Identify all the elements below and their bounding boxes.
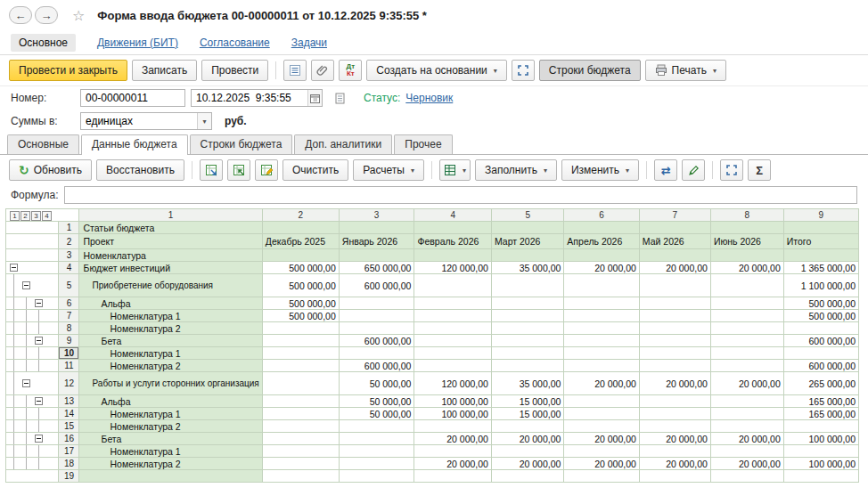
- cell[interactable]: [491, 420, 563, 433]
- cell[interactable]: 100 000,00: [783, 458, 858, 470]
- cell[interactable]: [262, 470, 339, 483]
- cell[interactable]: [339, 433, 414, 445]
- cell[interactable]: [491, 274, 563, 297]
- cell[interactable]: 20 000,00: [639, 433, 710, 445]
- cell[interactable]: 20 000,00: [564, 458, 639, 470]
- cell[interactable]: [639, 322, 710, 335]
- row-number[interactable]: 13: [59, 395, 79, 408]
- table-edit-button[interactable]: [255, 159, 278, 181]
- cell[interactable]: [564, 347, 639, 360]
- nav-item-approval[interactable]: Согласование: [200, 37, 270, 49]
- clear-button[interactable]: Очистить: [283, 159, 348, 181]
- cell[interactable]: [564, 445, 639, 458]
- collapse-toggle-icon[interactable]: [10, 264, 18, 272]
- post-button[interactable]: Провести: [201, 60, 268, 81]
- cell[interactable]: [491, 470, 563, 483]
- fill-button[interactable]: Заполнить▾: [475, 159, 557, 181]
- nav-item-tasks[interactable]: Задачи: [291, 37, 327, 49]
- collapse-toggle-icon[interactable]: [35, 337, 43, 345]
- tree-gutter-cell[interactable]: [6, 274, 59, 297]
- cell[interactable]: [639, 445, 710, 458]
- cell[interactable]: [564, 222, 639, 234]
- cell[interactable]: 20 000,00: [414, 458, 492, 470]
- cell[interactable]: 50 000,00: [339, 408, 414, 420]
- cell[interactable]: [414, 274, 492, 297]
- cell[interactable]: 165 000,00: [783, 408, 858, 420]
- cell[interactable]: [783, 445, 858, 458]
- row-number[interactable]: 1: [59, 222, 79, 234]
- cell[interactable]: [564, 395, 639, 408]
- cell[interactable]: [710, 222, 783, 234]
- budget-grid-table[interactable]: 12341234567891Статьи бюджета2ПроектДекаб…: [5, 208, 868, 483]
- cell[interactable]: [339, 222, 414, 234]
- column-header-4[interactable]: 4: [414, 209, 492, 222]
- post-and-close-button[interactable]: Провести и закрыть: [9, 60, 127, 81]
- row-number[interactable]: 6: [59, 297, 79, 310]
- cell[interactable]: [710, 322, 783, 335]
- cell[interactable]: [339, 347, 414, 360]
- cell[interactable]: [639, 360, 710, 372]
- column-header-1[interactable]: 1: [79, 209, 262, 222]
- cell[interactable]: [710, 408, 783, 420]
- cell[interactable]: 15 000,00: [491, 408, 563, 420]
- row-number[interactable]: 18: [59, 458, 79, 470]
- cell[interactable]: [783, 249, 858, 262]
- cell[interactable]: [414, 297, 492, 310]
- cell-label[interactable]: Номенклатура 2: [79, 420, 262, 433]
- cell[interactable]: [564, 335, 639, 347]
- cell[interactable]: [262, 445, 339, 458]
- cell[interactable]: [564, 408, 639, 420]
- column-header-7[interactable]: 7: [639, 209, 710, 222]
- tab-other[interactable]: Прочее: [394, 134, 452, 154]
- column-header-9[interactable]: 9: [783, 209, 858, 222]
- nav-item-main[interactable]: Основное: [11, 34, 76, 52]
- row-number[interactable]: 11: [59, 360, 79, 372]
- cell-label[interactable]: [79, 470, 262, 483]
- cell[interactable]: [414, 420, 492, 433]
- cell[interactable]: 20 000,00: [491, 458, 563, 470]
- cell[interactable]: 20 000,00: [564, 262, 639, 274]
- cell[interactable]: 20 000,00: [710, 458, 783, 470]
- status-link[interactable]: Черновик: [405, 92, 453, 104]
- cell[interactable]: [491, 360, 563, 372]
- cell[interactable]: [564, 322, 639, 335]
- cell[interactable]: 500 000,00: [262, 262, 339, 274]
- cell[interactable]: 20 000,00: [564, 433, 639, 445]
- forward-button[interactable]: →: [35, 6, 58, 24]
- cell-label[interactable]: Работы и услуги сторонних организация: [79, 372, 262, 395]
- cell[interactable]: [639, 420, 710, 433]
- cell[interactable]: 120 000,00: [414, 262, 492, 274]
- cell[interactable]: [339, 470, 414, 483]
- cell[interactable]: 20 000,00: [710, 433, 783, 445]
- cell[interactable]: [262, 335, 339, 347]
- cell[interactable]: 20 000,00: [710, 372, 783, 395]
- tree-gutter-cell[interactable]: [6, 335, 59, 347]
- cell[interactable]: 20 000,00: [639, 262, 710, 274]
- cell[interactable]: 1 365 000,00: [783, 262, 858, 274]
- collapse-toggle-icon[interactable]: [35, 435, 43, 443]
- cell[interactable]: [262, 360, 339, 372]
- cell-label[interactable]: Номенклатура: [79, 249, 262, 262]
- cell[interactable]: [414, 360, 492, 372]
- number-input[interactable]: [81, 90, 184, 106]
- cell[interactable]: [783, 420, 858, 433]
- row-number[interactable]: 5: [59, 274, 79, 297]
- collapse-toggle-icon[interactable]: [22, 379, 30, 387]
- column-header-6[interactable]: 6: [564, 209, 639, 222]
- cell[interactable]: Январь 2026: [339, 234, 414, 249]
- cell[interactable]: [564, 360, 639, 372]
- table-import-button[interactable]: [227, 159, 250, 181]
- tab-main[interactable]: Основные: [7, 134, 79, 154]
- cell[interactable]: [262, 347, 339, 360]
- calculations-button[interactable]: Расчеты▾: [353, 159, 424, 181]
- cell-label[interactable]: Номенклатура 2: [79, 360, 262, 372]
- cell[interactable]: [339, 297, 414, 310]
- cell-label[interactable]: Номенклатура 1: [79, 310, 262, 322]
- cell[interactable]: 100 000,00: [414, 408, 492, 420]
- date-input[interactable]: [192, 90, 307, 106]
- cell[interactable]: [339, 445, 414, 458]
- cell[interactable]: 20 000,00: [710, 262, 783, 274]
- cell[interactable]: Июнь 2026: [710, 234, 783, 249]
- cell[interactable]: [710, 470, 783, 483]
- group-level-button-1[interactable]: 1: [10, 211, 20, 221]
